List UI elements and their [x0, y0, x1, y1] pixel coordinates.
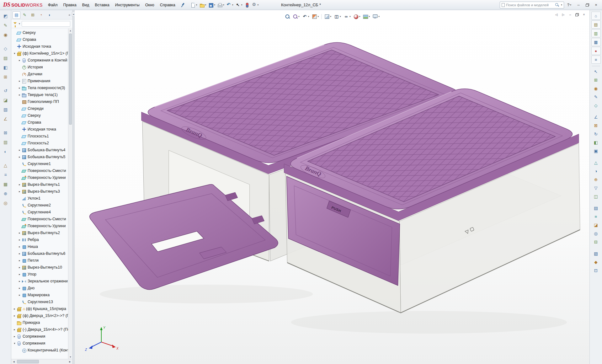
tree-item[interactable]: Исходная точка — [11, 43, 68, 50]
scrollbar-thumb[interactable] — [17, 360, 39, 363]
help-button[interactable]: ? ▾ — [566, 2, 573, 8]
panel-tabs-overflow[interactable]: » — [67, 13, 72, 17]
tree-expand-arrow[interactable]: ▸ — [13, 335, 17, 338]
tree-item[interactable]: Поверхность-Смести — [11, 167, 68, 174]
instant3d-button[interactable] — [243, 2, 250, 8]
new-document-button[interactable]: ▾ — [189, 2, 198, 8]
tree-expand-arrow[interactable]: ▸ — [18, 93, 22, 96]
tree-item[interactable]: ▸Вырез-Вытянуть10 — [11, 264, 68, 271]
menu-item[interactable]: Вставка — [92, 1, 112, 9]
tree-item[interactable]: ▸Сопряжения в Контей — [11, 57, 68, 64]
tree-item[interactable]: Датчики — [11, 71, 68, 78]
tree-item[interactable]: ▸Маркировка — [11, 292, 68, 298]
left-toolbar-icon[interactable]: ⊞ — [1, 73, 10, 81]
search-icon[interactable] — [555, 3, 559, 7]
property-manager-tab[interactable]: ✎ — [21, 11, 29, 19]
tree-item[interactable]: ▸Ниша — [11, 243, 68, 250]
right-toolbar-icon[interactable]: ⊕ — [592, 176, 600, 183]
restore-window-button[interactable] — [583, 2, 591, 8]
left-toolbar-icon[interactable]: ▦ — [1, 180, 10, 188]
tree-item[interactable]: Скругление4 — [11, 209, 68, 216]
left-toolbar-icon[interactable]: ↺ — [1, 87, 10, 94]
tree-item[interactable]: Поверхность-Удлини — [11, 222, 68, 229]
view-settings-button[interactable]: ▾ — [371, 13, 381, 20]
tree-expand-arrow[interactable]: ▸ — [18, 231, 22, 234]
tree-item[interactable]: Исходная точка — [11, 126, 68, 133]
configuration-manager-tab[interactable]: ⊞ — [29, 11, 37, 19]
left-toolbar-icon[interactable]: ⊕ — [1, 190, 10, 197]
tree-item[interactable]: ▸Зеркальное отражени — [11, 278, 68, 285]
tree-item[interactable]: ▸Примечания — [11, 78, 68, 84]
print-button[interactable]: ▾ — [216, 2, 225, 8]
tree-item[interactable]: ▸Бобышка-Вытянуть6 — [11, 250, 68, 257]
tree-expand-arrow[interactable]: ▸ — [18, 266, 22, 269]
tree-item[interactable]: Поверхность-Удлини — [11, 174, 68, 181]
viewport-3d[interactable]: BranQ — [74, 10, 589, 364]
tree-item[interactable]: ▸Ребра — [11, 236, 68, 243]
tree-expand-arrow[interactable]: ▸ — [18, 280, 22, 283]
left-toolbar-icon[interactable]: ◎ — [1, 199, 10, 207]
tree-item[interactable]: ▾Сопряжения — [11, 340, 68, 347]
tree-expand-arrow[interactable]: ▸ — [18, 273, 22, 276]
left-toolbar-icon[interactable]: ⊠ — [1, 129, 10, 136]
right-toolbar-icon[interactable]: ◧ — [592, 139, 600, 146]
pin-toolbar-icon[interactable] — [180, 2, 186, 8]
tree-item[interactable]: ▸(-) Дверца_15л<4>->? (По — [11, 326, 68, 333]
right-toolbar-icon[interactable]: ▤ — [592, 204, 600, 212]
right-toolbar-icon[interactable]: ▽ — [592, 184, 600, 192]
tree-expand-arrow[interactable]: ▸ — [18, 183, 22, 186]
tree-expand-arrow[interactable]: ▸ — [18, 86, 22, 89]
menu-item[interactable]: Файл — [45, 1, 61, 9]
tree-expand-arrow[interactable]: ▸ — [18, 252, 22, 255]
right-toolbar-icon[interactable]: ✎ — [592, 93, 600, 101]
previous-view-button[interactable]: ↶▾ — [301, 13, 310, 20]
menu-item[interactable]: Вид — [79, 1, 92, 9]
close-window-button[interactable]: × — [592, 2, 600, 8]
right-toolbar-icon[interactable]: ⊡ — [592, 267, 600, 274]
display-style-button[interactable]: ◫▾ — [333, 13, 342, 20]
tree-expand-arrow[interactable]: ▸ — [18, 293, 22, 297]
view-orientation-button[interactable]: ▾ — [323, 13, 332, 20]
tree-item[interactable]: ▸Бобышка-Вытянуть5 — [11, 153, 68, 160]
design-library-tab[interactable]: ▤ — [591, 20, 601, 29]
edit-appearance-button[interactable]: ▾ — [352, 13, 361, 20]
save-button[interactable]: ▾ — [207, 2, 216, 8]
tree-item[interactable]: ▸Твердые тела(1) — [11, 91, 68, 98]
tree-item[interactable]: ▸Петля — [11, 257, 68, 264]
resources-tab[interactable]: ⌂ — [591, 12, 601, 20]
right-toolbar-icon[interactable]: ◫ — [592, 193, 600, 200]
right-toolbar-icon[interactable]: ⊟ — [592, 238, 600, 246]
filter-input[interactable] — [22, 21, 70, 27]
right-toolbar-icon[interactable]: ◪ — [592, 221, 600, 229]
right-toolbar-icon[interactable]: △ — [592, 159, 600, 166]
right-toolbar-icon[interactable]: ⊞ — [592, 76, 600, 84]
right-toolbar-icon[interactable]: ⊠ — [592, 122, 600, 129]
right-toolbar-icon[interactable]: ◇ — [592, 102, 600, 109]
tree-item[interactable]: Скругление2 — [11, 202, 68, 209]
appearances-tab[interactable]: ● — [591, 47, 601, 55]
menu-item[interactable]: Инструменты — [112, 1, 142, 9]
tree-item[interactable]: Уклон1 — [11, 195, 68, 202]
feature-manager-tab[interactable]: ▤ — [13, 11, 20, 19]
right-toolbar-icon[interactable]: ◎ — [592, 230, 600, 237]
tree-item[interactable]: ▸Тела поверхности(3) — [11, 84, 68, 91]
tree-item[interactable]: Скругление13 — [11, 298, 68, 305]
tree-expand-arrow[interactable]: ▾ — [13, 342, 17, 345]
tree-expand-arrow[interactable]: ▸ — [18, 238, 22, 241]
tree-item[interactable]: Скругление1 — [11, 160, 68, 167]
tree-expand-arrow[interactable]: ▸ — [13, 328, 17, 331]
apply-scene-button[interactable]: ▾ — [362, 13, 371, 20]
search-input[interactable] — [506, 3, 554, 7]
tree-expand-arrow[interactable]: ▸ — [18, 59, 22, 62]
tree-item[interactable]: ▸Дно — [11, 285, 68, 292]
left-toolbar-icon[interactable]: ▤ — [1, 54, 10, 62]
tree-item[interactable]: Прикидка — [11, 319, 68, 326]
tree-vertical-scrollbar[interactable]: ▲ ▼ — [68, 29, 72, 359]
tree-item[interactable]: ▾(ф) Контейнер_15л<1> (П — [11, 50, 68, 57]
tree-horizontal-scrollbar[interactable]: ◀ ▶ — [11, 359, 72, 364]
menu-item[interactable]: Окно — [142, 1, 157, 9]
tree-expand-arrow[interactable]: ▸ — [13, 314, 17, 317]
tree-expand-arrow[interactable]: ▾ — [13, 52, 17, 55]
tree-item[interactable]: ▸Вырез-Вытянуть2 — [11, 229, 68, 236]
tree-item[interactable]: Сверху — [11, 29, 68, 36]
